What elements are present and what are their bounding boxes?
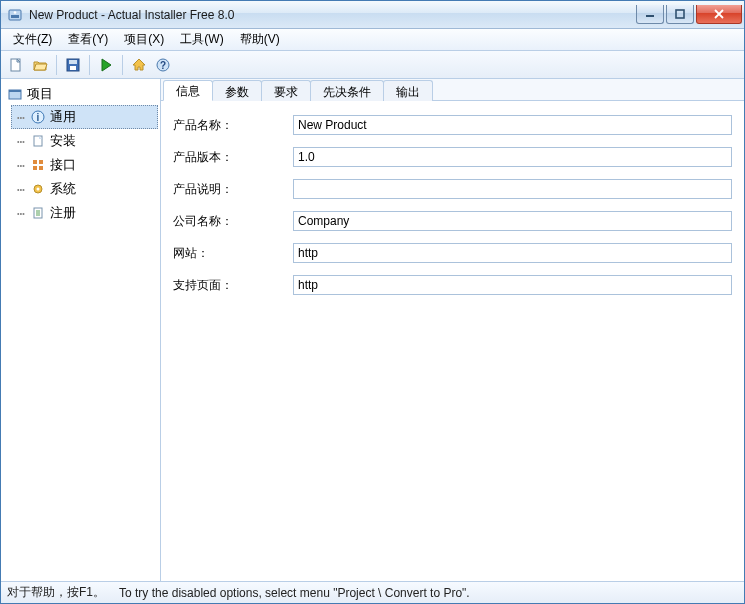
svg-rect-17 [39, 160, 43, 164]
form-area: 产品名称： 产品版本： 产品说明： 公司名称： 网站： [161, 101, 744, 581]
svg-point-21 [37, 188, 40, 191]
status-pro-hint: To try the disabled options, select menu… [119, 586, 470, 600]
toolbar-separator [122, 55, 123, 75]
label-product-version: 产品版本： [173, 149, 293, 166]
close-button[interactable] [696, 5, 742, 24]
home-button[interactable] [128, 54, 150, 76]
menubar: 文件(Z) 查看(Y) 项目(X) 工具(W) 帮助(V) [1, 29, 744, 51]
tab-output[interactable]: 输出 [383, 80, 433, 101]
sidebar-item-label: 注册 [50, 204, 76, 222]
sidebar-item-register[interactable]: ⋯ 注册 [11, 201, 158, 225]
window-controls [634, 5, 742, 25]
input-company-name[interactable] [293, 211, 732, 231]
row-product-description: 产品说明： [173, 179, 732, 199]
tree-connector: ⋯ [16, 182, 26, 197]
grid-icon [30, 157, 46, 173]
menu-help[interactable]: 帮助(V) [232, 29, 288, 50]
gear-icon [30, 181, 46, 197]
tab-bar: 信息 参数 要求 先决条件 输出 [161, 79, 744, 101]
input-website[interactable] [293, 243, 732, 263]
new-file-button[interactable] [5, 54, 27, 76]
label-product-name: 产品名称： [173, 117, 293, 134]
info-icon: i [30, 109, 46, 125]
tree-children: ⋯ i 通用 ⋯ 安装 ⋯ 接口 ⋯ 系统 [11, 105, 158, 225]
status-help-hint: 对于帮助，按F1。 [7, 584, 105, 601]
page-icon [30, 133, 46, 149]
maximize-button[interactable] [666, 5, 694, 24]
label-support-page: 支持页面： [173, 277, 293, 294]
sidebar-item-general[interactable]: ⋯ i 通用 [11, 105, 158, 129]
svg-rect-12 [9, 90, 21, 92]
svg-rect-15 [34, 136, 42, 146]
svg-rect-19 [39, 166, 43, 170]
tree-connector: ⋯ [16, 206, 26, 221]
help-button[interactable]: ? [152, 54, 174, 76]
content-panel: 信息 参数 要求 先决条件 输出 产品名称： 产品版本： 产品说明： [161, 79, 744, 581]
app-icon [7, 7, 23, 23]
tab-requirements[interactable]: 要求 [261, 80, 311, 101]
row-company-name: 公司名称： [173, 211, 732, 231]
toolbar: ? [1, 51, 744, 79]
menu-file[interactable]: 文件(Z) [5, 29, 60, 50]
svg-rect-7 [69, 60, 77, 64]
tab-prerequisites[interactable]: 先决条件 [310, 80, 384, 101]
row-website: 网站： [173, 243, 732, 263]
minimize-button[interactable] [636, 5, 664, 24]
input-product-name[interactable] [293, 115, 732, 135]
toolbar-separator [56, 55, 57, 75]
svg-rect-4 [676, 10, 684, 18]
svg-text:i: i [37, 112, 40, 123]
menu-view[interactable]: 查看(Y) [60, 29, 116, 50]
input-product-version[interactable] [293, 147, 732, 167]
main-area: 项目 ⋯ i 通用 ⋯ 安装 ⋯ 接口 ⋯ [1, 79, 744, 581]
sidebar-item-interface[interactable]: ⋯ 接口 [11, 153, 158, 177]
toolbar-separator [89, 55, 90, 75]
run-button[interactable] [95, 54, 117, 76]
tree-root-label: 项目 [27, 85, 53, 103]
menu-tools[interactable]: 工具(W) [172, 29, 231, 50]
save-button[interactable] [62, 54, 84, 76]
svg-rect-18 [33, 166, 37, 170]
app-window: New Product - Actual Installer Free 8.0 … [0, 0, 745, 604]
sidebar: 项目 ⋯ i 通用 ⋯ 安装 ⋯ 接口 ⋯ [1, 79, 161, 581]
sidebar-item-label: 接口 [50, 156, 76, 174]
sidebar-item-label: 系统 [50, 180, 76, 198]
row-support-page: 支持页面： [173, 275, 732, 295]
menu-project[interactable]: 项目(X) [116, 29, 172, 50]
input-product-description[interactable] [293, 179, 732, 199]
svg-rect-8 [70, 66, 76, 70]
svg-rect-3 [646, 15, 654, 17]
tab-params[interactable]: 参数 [212, 80, 262, 101]
svg-point-2 [14, 11, 17, 14]
row-product-version: 产品版本： [173, 147, 732, 167]
open-folder-button[interactable] [29, 54, 51, 76]
tree-connector: ⋯ [16, 134, 26, 149]
note-icon [30, 205, 46, 221]
sidebar-item-label: 安装 [50, 132, 76, 150]
project-icon [7, 86, 23, 102]
sidebar-item-install[interactable]: ⋯ 安装 [11, 129, 158, 153]
label-website: 网站： [173, 245, 293, 262]
titlebar: New Product - Actual Installer Free 8.0 [1, 1, 744, 29]
input-support-page[interactable] [293, 275, 732, 295]
label-product-description: 产品说明： [173, 181, 293, 198]
statusbar: 对于帮助，按F1。 To try the disabled options, s… [1, 581, 744, 603]
svg-rect-1 [11, 15, 19, 18]
window-title: New Product - Actual Installer Free 8.0 [29, 8, 634, 22]
tree-connector: ⋯ [16, 110, 26, 125]
sidebar-item-system[interactable]: ⋯ 系统 [11, 177, 158, 201]
tree-connector: ⋯ [16, 158, 26, 173]
label-company-name: 公司名称： [173, 213, 293, 230]
tab-info[interactable]: 信息 [163, 80, 213, 101]
sidebar-item-label: 通用 [50, 108, 76, 126]
svg-text:?: ? [160, 60, 166, 71]
row-product-name: 产品名称： [173, 115, 732, 135]
tree-root[interactable]: 项目 [3, 83, 158, 105]
svg-rect-16 [33, 160, 37, 164]
